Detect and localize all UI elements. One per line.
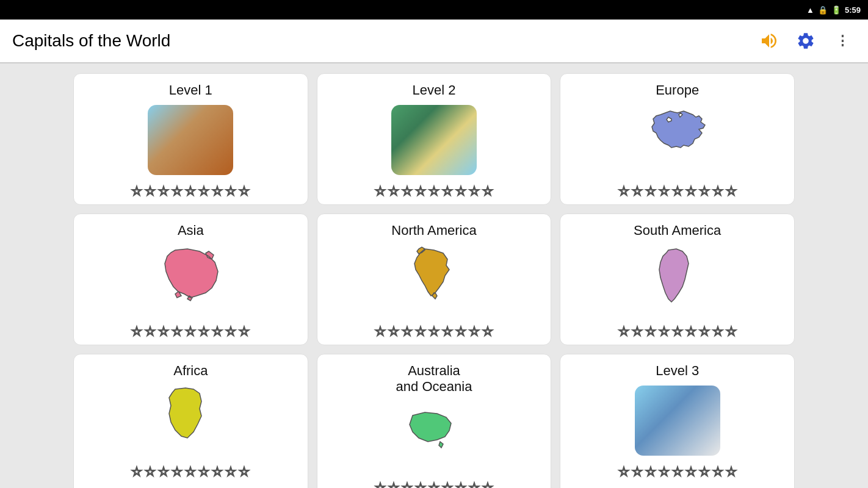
star: ☆ bbox=[158, 324, 169, 339]
star: ☆ bbox=[198, 184, 209, 198]
card-south-america[interactable]: South America ☆☆☆☆☆☆☆☆☆ bbox=[560, 214, 795, 345]
star: ☆ bbox=[212, 184, 223, 198]
card-image-north-america bbox=[388, 243, 480, 317]
card-map-europe bbox=[635, 104, 720, 176]
star: ☆ bbox=[225, 324, 236, 339]
card-map-asia bbox=[148, 244, 233, 317]
card-level1[interactable]: Level 1 ☆☆☆☆☆☆☆☆☆ bbox=[73, 73, 308, 205]
star: ☆ bbox=[375, 480, 386, 488]
status-icons: ▲ 🔒 🔋 5:59 bbox=[806, 5, 861, 15]
star: ☆ bbox=[402, 480, 413, 488]
star: ☆ bbox=[712, 324, 723, 339]
star: ☆ bbox=[198, 324, 209, 339]
star: ☆ bbox=[415, 184, 426, 198]
star: ☆ bbox=[375, 324, 386, 339]
star: ☆ bbox=[685, 464, 696, 479]
star: ☆ bbox=[172, 184, 183, 198]
star: ☆ bbox=[402, 184, 413, 198]
star: ☆ bbox=[225, 464, 236, 479]
star: ☆ bbox=[618, 184, 629, 198]
star: ☆ bbox=[455, 324, 466, 339]
star: ☆ bbox=[469, 480, 480, 488]
star: ☆ bbox=[645, 324, 656, 339]
star: ☆ bbox=[225, 184, 236, 198]
settings-button[interactable] bbox=[792, 27, 819, 54]
star: ☆ bbox=[632, 464, 643, 479]
card-photo-level2 bbox=[391, 105, 477, 175]
stars-level3: ☆☆☆☆☆☆☆☆☆ bbox=[618, 464, 737, 479]
star: ☆ bbox=[455, 184, 466, 198]
card-map-south-america bbox=[635, 244, 720, 317]
card-image-level2 bbox=[388, 103, 480, 176]
star: ☆ bbox=[212, 324, 223, 339]
more-button[interactable]: ⋮ bbox=[829, 27, 856, 54]
card-asia[interactable]: Asia ☆☆☆☆☆☆☆☆☆ bbox=[73, 214, 308, 345]
star: ☆ bbox=[415, 324, 426, 339]
star: ☆ bbox=[131, 324, 142, 339]
star: ☆ bbox=[145, 464, 156, 479]
star: ☆ bbox=[145, 324, 156, 339]
star: ☆ bbox=[712, 184, 723, 198]
star: ☆ bbox=[618, 464, 629, 479]
star: ☆ bbox=[659, 464, 670, 479]
star: ☆ bbox=[726, 324, 737, 339]
card-north-america[interactable]: North America ☆☆☆☆☆☆☆☆☆ bbox=[317, 214, 552, 345]
star: ☆ bbox=[482, 480, 493, 488]
gear-icon bbox=[796, 31, 816, 51]
card-title-africa: Africa bbox=[173, 363, 208, 379]
card-image-south-america bbox=[632, 243, 723, 317]
star: ☆ bbox=[388, 184, 399, 198]
star: ☆ bbox=[239, 184, 250, 198]
star: ☆ bbox=[699, 184, 710, 198]
card-image-australia bbox=[388, 400, 480, 473]
card-image-europe bbox=[632, 103, 723, 176]
star: ☆ bbox=[699, 324, 710, 339]
status-bar: ▲ 🔒 🔋 5:59 bbox=[0, 0, 868, 20]
stars-level2: ☆☆☆☆☆☆☆☆☆ bbox=[375, 184, 493, 198]
star: ☆ bbox=[482, 184, 493, 198]
star: ☆ bbox=[685, 184, 696, 198]
star: ☆ bbox=[388, 324, 399, 339]
star: ☆ bbox=[672, 464, 683, 479]
card-level3[interactable]: Level 3 ☆☆☆☆☆☆☆☆☆ bbox=[560, 354, 795, 488]
card-image-level1 bbox=[145, 103, 236, 176]
star: ☆ bbox=[158, 464, 169, 479]
card-australia[interactable]: Australiaand Oceania ☆☆☆☆☆☆☆☆☆ bbox=[317, 354, 552, 488]
star: ☆ bbox=[172, 324, 183, 339]
star: ☆ bbox=[185, 184, 196, 198]
time: 5:59 bbox=[845, 5, 861, 15]
star: ☆ bbox=[415, 480, 426, 488]
star: ☆ bbox=[158, 184, 169, 198]
star: ☆ bbox=[375, 184, 386, 198]
signal-icon: 🔒 bbox=[818, 5, 828, 15]
app-bar: Capitals of the World ⋮ bbox=[0, 20, 868, 63]
star: ☆ bbox=[429, 184, 439, 198]
card-level2[interactable]: Level 2 ☆☆☆☆☆☆☆☆☆ bbox=[317, 73, 552, 205]
card-title-australia: Australiaand Oceania bbox=[396, 363, 472, 395]
star: ☆ bbox=[185, 324, 196, 339]
star: ☆ bbox=[726, 184, 737, 198]
card-title-south-america: South America bbox=[634, 223, 721, 239]
more-icon: ⋮ bbox=[836, 33, 849, 49]
stars-europe: ☆☆☆☆☆☆☆☆☆ bbox=[618, 184, 737, 198]
card-title-level1: Level 1 bbox=[169, 82, 212, 98]
battery-icon: 🔋 bbox=[831, 5, 841, 15]
card-photo-level1 bbox=[148, 105, 233, 175]
star: ☆ bbox=[672, 184, 683, 198]
star: ☆ bbox=[469, 184, 480, 198]
card-europe[interactable]: Europe ☆☆☆☆☆☆☆☆☆ bbox=[560, 73, 795, 205]
app-bar-actions: ⋮ bbox=[756, 27, 856, 54]
star: ☆ bbox=[239, 324, 250, 339]
card-map-africa bbox=[148, 384, 233, 457]
stars-level1: ☆☆☆☆☆☆☆☆☆ bbox=[131, 184, 250, 198]
star: ☆ bbox=[645, 184, 656, 198]
card-title-level3: Level 3 bbox=[656, 363, 699, 379]
star: ☆ bbox=[145, 184, 156, 198]
card-africa[interactable]: Africa ☆☆☆☆☆☆☆☆☆ bbox=[73, 354, 308, 488]
star: ☆ bbox=[185, 464, 196, 479]
stars-africa: ☆☆☆☆☆☆☆☆☆ bbox=[131, 464, 250, 479]
card-title-north-america: North America bbox=[391, 223, 476, 239]
speaker-button[interactable] bbox=[756, 27, 783, 54]
star: ☆ bbox=[429, 324, 439, 339]
star: ☆ bbox=[442, 324, 453, 339]
